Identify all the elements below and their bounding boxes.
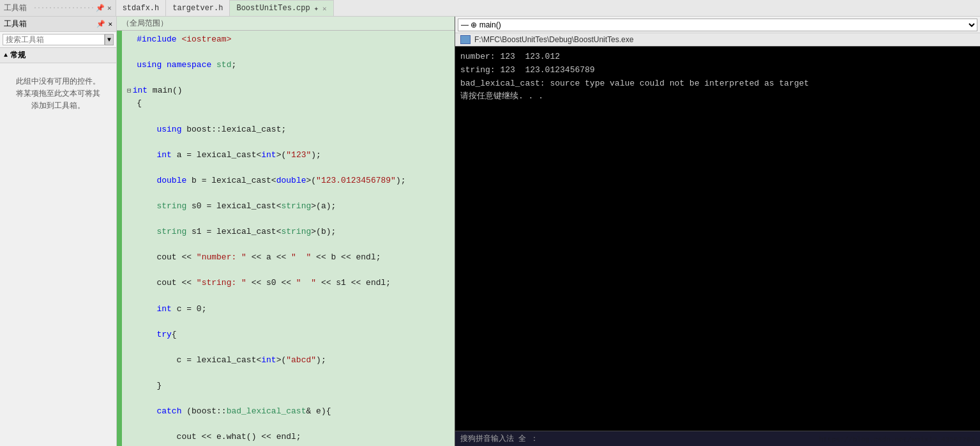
- console-toolbar: — ⊕ main(): [455, 17, 980, 33]
- search-button[interactable]: ▼: [105, 34, 114, 45]
- tab-stdafx[interactable]: stdafx.h: [116, 0, 167, 16]
- tab-targetver[interactable]: targetver.h: [166, 0, 230, 16]
- code-line: [127, 418, 449, 431]
- code-line: int a = lexical_cast<int>("123");: [127, 149, 449, 162]
- console-dropdown[interactable]: — ⊕ main(): [458, 19, 977, 31]
- tab-label-stdafx: stdafx.h: [123, 4, 160, 13]
- tab-bar: 工具箱 ················ 📌 ✕ stdafx.h target…: [0, 0, 980, 17]
- tab-close-boost[interactable]: ✕: [322, 4, 327, 13]
- fold-marker: [127, 406, 135, 417]
- code-line: [127, 290, 449, 303]
- code-line: [127, 367, 449, 380]
- fold-marker: [127, 392, 135, 403]
- sidebar-icons: 📌 ✕: [96, 20, 112, 28]
- code-line: [127, 264, 449, 277]
- tab-boostunittest[interactable]: BoostUnitTes.cpp ✦ ✕: [230, 0, 333, 16]
- fold-marker: [127, 213, 135, 224]
- close-sidebar-icon[interactable]: ✕: [108, 20, 112, 28]
- line-indicator: [117, 31, 122, 446]
- code-line: cout << e.what() << endl;: [127, 431, 449, 443]
- fold-marker: [127, 252, 135, 263]
- fold-marker: [127, 443, 135, 446]
- code-line: [127, 316, 449, 328]
- console-title-bar: F:\MFC\BoostUnitTes\Debug\BoostUnitTes.e…: [455, 33, 980, 47]
- tab-toolbox-pin[interactable]: 工具箱 ················ 📌 ✕: [0, 0, 116, 16]
- code-line: c = lexical_cast<int>("abcd");: [127, 354, 449, 367]
- breadcrumb: （全局范围）: [117, 17, 455, 31]
- console-status-bar: 搜狗拼音输入法 全 ：: [455, 431, 980, 446]
- tab-label-boost: BoostUnitTes.cpp: [236, 4, 310, 13]
- breadcrumb-text: （全局范围）: [122, 19, 168, 28]
- fold-marker: [127, 316, 135, 327]
- fold-marker: [127, 35, 135, 45]
- fold-marker: [127, 355, 135, 366]
- code-line: }: [127, 380, 449, 392]
- fold-marker: [127, 227, 135, 238]
- code-line: using boost::lexical_cast;: [127, 123, 449, 136]
- code-line: [127, 238, 449, 251]
- console-status-text: 搜狗拼音输入法 全 ：: [460, 434, 538, 443]
- pin-icon[interactable]: 📌: [96, 20, 105, 28]
- console-output-line: 请按任意键继续. . .: [460, 90, 975, 104]
- fold-marker[interactable]: ⊟: [127, 86, 132, 96]
- sidebar-title: 工具箱: [4, 19, 27, 29]
- code-line: using namespace std;: [127, 59, 449, 72]
- code-editor[interactable]: #include <iostream> using namespace std;…: [117, 31, 455, 446]
- fold-marker: [127, 201, 135, 212]
- code-line: {: [127, 97, 449, 110]
- console-output[interactable]: number: 123 123.012 string: 123 123.0123…: [455, 47, 980, 431]
- section-label: 常规: [10, 50, 26, 61]
- console-title-text: F:\MFC\BoostUnitTes\Debug\BoostUnitTes.e…: [474, 35, 633, 44]
- console-output-line: string: 123 123.0123456789: [460, 64, 975, 77]
- fold-marker: [127, 136, 135, 147]
- toolbox-label: 工具箱: [4, 3, 27, 13]
- code-line: [127, 46, 449, 59]
- editor-area: （全局范围） #include <iostream> using namespa…: [117, 17, 455, 446]
- pin-icon[interactable]: 📌: [96, 4, 105, 12]
- console-output-line: number: 123 123.012: [460, 50, 975, 64]
- fold-marker: [127, 290, 135, 301]
- search-icon: ▼: [107, 36, 111, 43]
- fold-marker: [127, 46, 135, 57]
- fold-marker: [127, 432, 135, 443]
- code-line: try{: [127, 328, 449, 341]
- main-content: 工具箱 📌 ✕ ▼ ▲ 常规 此组中没有可用的控件。将某项拖至此文本可将其添加到…: [0, 17, 980, 446]
- code-line: [127, 72, 449, 84]
- fold-marker: [127, 150, 135, 161]
- search-input[interactable]: [3, 34, 105, 45]
- fold-marker: [127, 341, 135, 352]
- fold-marker: [127, 72, 135, 82]
- fold-marker: [127, 367, 135, 378]
- code-line: [127, 213, 449, 226]
- code-line: [127, 392, 449, 405]
- fold-marker: [127, 60, 135, 71]
- code-content[interactable]: #include <iostream> using namespace std;…: [122, 31, 455, 446]
- fold-marker: [127, 111, 135, 121]
- tab-modified-icon: ✦: [314, 4, 319, 13]
- fold-marker: [127, 264, 135, 275]
- search-box: ▼: [0, 32, 116, 48]
- section-arrow-icon: ▲: [4, 52, 8, 59]
- console-panel: — ⊕ main() F:\MFC\BoostUnitTes\Debug\Boo…: [455, 17, 980, 446]
- console-output-line: bad_lexical_cast: source type value coul…: [460, 77, 975, 91]
- close-icon[interactable]: ✕: [107, 4, 112, 12]
- code-line: catch (boost::bad_lexical_cast& e){: [127, 405, 449, 418]
- fold-marker: [127, 125, 135, 135]
- fold-marker: [127, 418, 135, 429]
- fold-marker: [127, 238, 135, 249]
- code-line: cout << "string: " << s0 << " " << s1 <<…: [127, 277, 449, 289]
- code-line: string s1 = lexical_cast<string>(b);: [127, 226, 449, 238]
- fold-marker: [127, 187, 135, 198]
- sidebar-header: 工具箱 📌 ✕: [0, 17, 116, 32]
- fold-marker: [127, 304, 135, 315]
- sidebar: 工具箱 📌 ✕ ▼ ▲ 常规 此组中没有可用的控件。将某项拖至此文本可将其添加到…: [0, 17, 117, 446]
- section-header-general[interactable]: ▲ 常规: [0, 48, 116, 63]
- code-line: [127, 443, 449, 446]
- code-line: string s0 = lexical_cast<string>(a);: [127, 200, 449, 213]
- tab-label-targetver: targetver.h: [172, 4, 223, 13]
- code-line: [127, 162, 449, 174]
- code-line: int c = 0;: [127, 303, 449, 316]
- code-line: double b = lexical_cast<double>("123.012…: [127, 174, 449, 187]
- exe-icon: [460, 35, 471, 44]
- code-line: cout << "number: " << a << " " << b << e…: [127, 251, 449, 264]
